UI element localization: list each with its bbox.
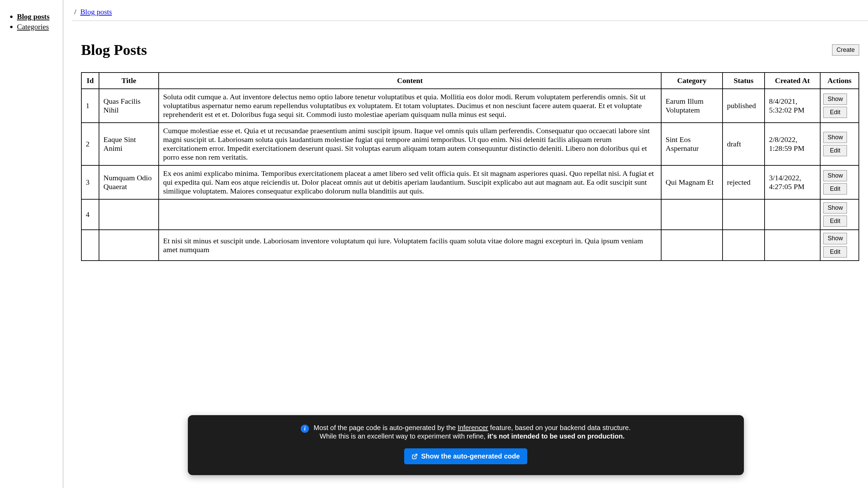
cell-content: Ex eos animi explicabo minima. Temporibu… xyxy=(159,165,661,199)
page-title: Blog Posts xyxy=(81,41,147,59)
table-row: 1Quas Facilis NihilSoluta odit cumque a.… xyxy=(81,89,859,123)
cell-category: Earum Illum Voluptatem xyxy=(661,89,723,123)
cell-id: 4 xyxy=(81,199,99,230)
cell-content: Et nisi sit minus et suscipit unde. Labo… xyxy=(159,230,661,260)
cell-actions: ShowEdit xyxy=(820,165,859,199)
breadcrumb: / Blog posts xyxy=(72,0,868,21)
cell-title xyxy=(99,199,159,230)
show-button[interactable]: Show xyxy=(823,170,847,181)
cell-title: Quas Facilis Nihil xyxy=(99,89,159,123)
show-button[interactable]: Show xyxy=(823,202,847,214)
col-header-id: Id xyxy=(81,73,99,89)
cell-actions: ShowEdit xyxy=(820,199,859,230)
create-button[interactable]: Create xyxy=(832,44,859,56)
col-header-created-at: Created At xyxy=(765,73,820,89)
cell-content: Cumque molestiae esse et. Quia et ut rec… xyxy=(159,123,661,165)
table-row: Et nisi sit minus et suscipit unde. Labo… xyxy=(81,230,859,260)
cell-id: 3 xyxy=(81,165,99,199)
col-header-actions: Actions xyxy=(820,73,859,89)
cell-created-at: 3/14/2022, 4:27:05 PM xyxy=(765,165,820,199)
show-button[interactable]: Show xyxy=(823,132,847,143)
show-button[interactable]: Show xyxy=(823,233,847,244)
show-button[interactable]: Show xyxy=(823,94,847,105)
edit-button[interactable]: Edit xyxy=(823,183,847,195)
cell-id: 1 xyxy=(81,89,99,123)
edit-button[interactable]: Edit xyxy=(823,107,847,118)
cell-status: published xyxy=(723,89,765,123)
cell-actions: ShowEdit xyxy=(820,123,859,165)
cell-actions: ShowEdit xyxy=(820,230,859,260)
cell-title: Numquam Odio Quaerat xyxy=(99,165,159,199)
cell-status: rejected xyxy=(723,165,765,199)
cell-created-at: 8/4/2021, 5:32:02 PM xyxy=(765,89,820,123)
cell-category: Sint Eos Aspernatur xyxy=(661,123,723,165)
cell-id xyxy=(81,230,99,260)
sidebar-item-blog-posts[interactable]: Blog posts xyxy=(17,12,50,21)
cell-created-at: 2/8/2022, 1:28:59 PM xyxy=(765,123,820,165)
cell-status xyxy=(723,230,765,260)
cell-title: Eaque Sint Animi xyxy=(99,123,159,165)
cell-created-at xyxy=(765,230,820,260)
cell-title xyxy=(99,230,159,260)
table-row: 2Eaque Sint AnimiCumque molestiae esse e… xyxy=(81,123,859,165)
edit-button[interactable]: Edit xyxy=(823,216,847,227)
cell-content: Soluta odit cumque a. Aut inventore dele… xyxy=(159,89,661,123)
sidebar: Blog posts Categories xyxy=(0,0,63,329)
table-row: 3Numquam Odio QuaeratEx eos animi explic… xyxy=(81,165,859,199)
breadcrumb-link-blog-posts[interactable]: Blog posts xyxy=(80,7,112,16)
col-header-content: Content xyxy=(159,73,661,89)
cell-status: draft xyxy=(723,123,765,165)
col-header-status: Status xyxy=(723,73,765,89)
table-row: 4ShowEdit xyxy=(81,199,859,230)
sidebar-item-categories[interactable]: Categories xyxy=(17,22,49,31)
col-header-title: Title xyxy=(99,73,159,89)
breadcrumb-sep: / xyxy=(74,7,76,16)
col-header-category: Category xyxy=(661,73,723,89)
cell-category: Qui Magnam Et xyxy=(661,165,723,199)
cell-content xyxy=(159,199,661,230)
edit-button[interactable]: Edit xyxy=(823,145,847,156)
cell-created-at xyxy=(765,199,820,230)
cell-id: 2 xyxy=(81,123,99,165)
cell-category xyxy=(661,199,723,230)
posts-table: Id Title Content Category Status Created… xyxy=(81,72,859,261)
cell-status xyxy=(723,199,765,230)
cell-category xyxy=(661,230,723,260)
edit-button[interactable]: Edit xyxy=(823,246,847,258)
cell-actions: ShowEdit xyxy=(820,89,859,123)
